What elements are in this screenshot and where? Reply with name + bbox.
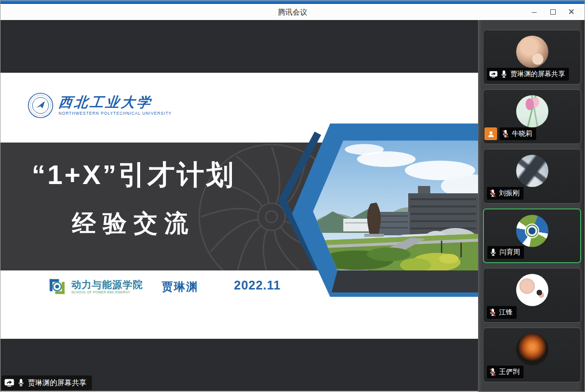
screen-share-icon <box>489 71 498 78</box>
participant-avatar <box>516 333 548 366</box>
college-name-en: SCHOOL OF POWER AND ENERGY <box>71 290 143 294</box>
maximize-button[interactable] <box>543 4 562 20</box>
slide-title-line1: “1+X”引才计划 <box>0 161 267 188</box>
participant-label: 刘振刚 <box>487 187 523 200</box>
slide-title-line2: 经验交流 <box>0 211 267 235</box>
participant-avatar <box>516 274 548 306</box>
participant-label: 贾琳渊的屏幕共享 <box>487 68 569 81</box>
college-logo-icon <box>47 276 67 297</box>
university-logo: 西北工业大学 NORTHWESTERN POLYTECHNICAL UNIVER… <box>27 92 172 119</box>
participant-name: 牛晓莉 <box>512 129 532 138</box>
mic-icon <box>502 129 509 138</box>
participant-name: 贾琳渊的屏幕共享 <box>510 70 565 79</box>
slide-date: 2022.11 <box>234 278 281 292</box>
mic-icon <box>489 189 496 198</box>
mic-icon <box>18 378 24 387</box>
mic-icon <box>489 368 496 376</box>
screen-share-label: 贾琳渊的屏幕共享 <box>28 378 86 388</box>
participant-label: 闫育周 <box>487 246 524 259</box>
minimize-button[interactable]: ─ <box>525 4 543 20</box>
slide-title: “1+X”引才计划 经验交流 <box>0 161 267 235</box>
photo-shadow-strip <box>332 270 478 292</box>
participant-tile[interactable]: 闫育周 <box>483 208 581 263</box>
participant-name: 江锋 <box>499 308 513 317</box>
person-icon <box>487 130 495 138</box>
participant-tile[interactable]: 王俨剀 <box>483 328 581 382</box>
university-name-en: NORTHWESTERN POLYTECHNICAL UNIVERSITY <box>59 111 172 116</box>
participant-tile[interactable]: 贾琳渊的屏幕共享 <box>483 30 581 84</box>
participant-avatar <box>516 215 548 247</box>
participant-label: 牛晓莉 <box>500 127 536 140</box>
participant-label: 江锋 <box>487 306 517 319</box>
titlebar[interactable]: 腾讯会议 ─ ✕ <box>0 4 585 20</box>
participant-name: 闫育周 <box>500 248 520 257</box>
window-title: 腾讯会议 <box>0 8 585 17</box>
participant-list: 贾琳渊的屏幕共享 牛晓莉 <box>479 20 585 382</box>
participant-avatar <box>516 36 548 68</box>
participant-name: 王俨剀 <box>499 368 520 376</box>
shared-screen-area: 西北工业大学 NORTHWESTERN POLYTECHNICAL UNIVER… <box>0 20 478 392</box>
participant-label: 王俨剀 <box>487 366 523 378</box>
screen-share-indicator: 贾琳渊的屏幕共享 <box>1 375 92 390</box>
participant-tile[interactable]: 刘振刚 <box>483 149 581 204</box>
screen-share-icon <box>4 379 14 387</box>
presentation-slide: 西北工业大学 NORTHWESTERN POLYTECHNICAL UNIVER… <box>0 73 478 339</box>
campus-photo <box>313 141 478 272</box>
participant-name: 刘振刚 <box>499 189 520 198</box>
participant-avatar <box>516 95 548 127</box>
npu-seal-icon <box>27 92 54 119</box>
slide-graphic <box>264 118 478 303</box>
meeting-window: 腾讯会议 ─ ✕ 西北工业大学 NORTHWESTERN POLYTECHNIC… <box>0 0 585 392</box>
window-accent-stripe <box>0 0 585 4</box>
participant-avatar <box>516 155 548 187</box>
window-controls: ─ ✕ <box>525 4 581 20</box>
participants-sidebar: 贾琳渊的屏幕共享 牛晓莉 <box>478 20 585 392</box>
participant-tile[interactable]: 江锋 <box>483 268 581 323</box>
person-badge <box>484 127 497 140</box>
maximize-icon <box>550 9 556 15</box>
presenter-name: 贾琳渊 <box>162 279 198 294</box>
university-name-cn: 西北工业大学 <box>58 95 172 110</box>
mic-icon <box>490 248 497 257</box>
college-name-cn: 动力与能源学院 <box>71 279 143 290</box>
mic-icon <box>489 308 496 317</box>
close-button[interactable]: ✕ <box>562 4 581 20</box>
college-logo: 动力与能源学院 SCHOOL OF POWER AND ENERGY <box>47 276 143 297</box>
participant-tile[interactable]: 牛晓莉 <box>483 89 581 144</box>
mic-icon <box>501 70 507 79</box>
